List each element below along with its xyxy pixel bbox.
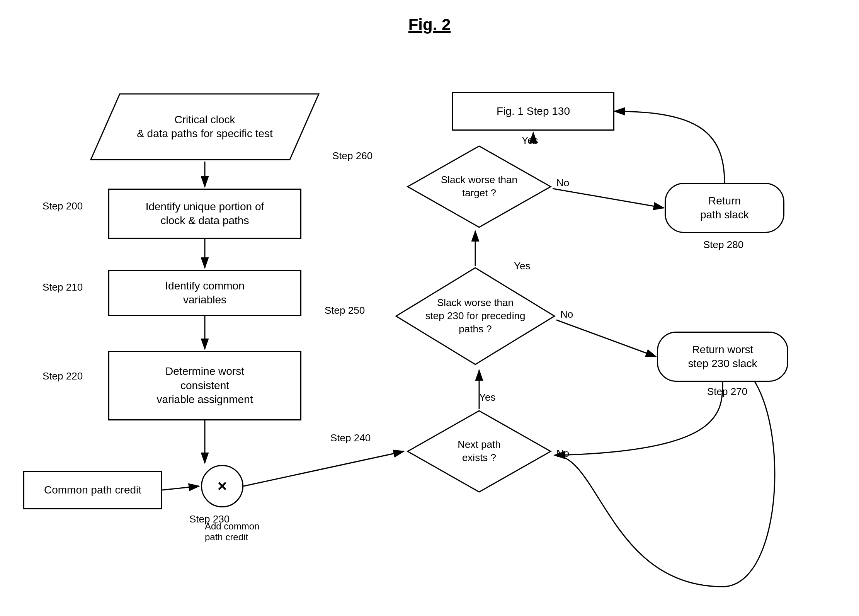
step210-box: Identify commonvariables xyxy=(108,270,301,316)
step280-box: Returnpath slack xyxy=(665,183,784,233)
svg-line-5 xyxy=(162,486,199,490)
step220-label: Step 220 xyxy=(43,370,83,382)
svg-line-11 xyxy=(556,320,656,357)
step240-no-label: No xyxy=(556,448,569,459)
step210-label: Step 210 xyxy=(43,281,83,293)
start-parallelogram: Critical clock& data paths for specific … xyxy=(89,92,321,162)
step250-yes-label: Yes xyxy=(514,260,530,272)
add-credit-label: Add commonpath credit xyxy=(205,521,259,543)
svg-line-6 xyxy=(243,451,404,486)
svg-line-10 xyxy=(553,189,664,208)
step270-label: Step 270 xyxy=(707,386,747,398)
step240-diamond: Next pathexists ? xyxy=(406,409,553,494)
step230-circle: × xyxy=(201,465,243,507)
step220-box: Determine worstconsistentvariable assign… xyxy=(108,351,301,420)
step260-no-label: No xyxy=(556,177,569,189)
step250-label: Step 250 xyxy=(325,305,365,317)
step250-no-label: No xyxy=(560,308,573,320)
step280-label: Step 280 xyxy=(703,239,743,251)
step240-label: Step 240 xyxy=(330,432,371,444)
fig1-step130-box: Fig. 1 Step 130 xyxy=(452,92,614,131)
step270-box: Return worststep 230 slack xyxy=(657,332,788,382)
step260-label: Step 260 xyxy=(332,150,373,162)
step260-diamond: Slack worse thantarget ? xyxy=(406,144,553,229)
step260-yes-label: Yes xyxy=(522,134,538,146)
step200-box: Identify unique portion ofclock & data p… xyxy=(108,189,301,239)
step240-yes-label: Yes xyxy=(479,391,495,403)
common-path-credit-box: Common path credit xyxy=(23,471,162,509)
page-title: Fig. 2 xyxy=(0,15,859,34)
step250-diamond: Slack worse thanstep 230 for precedingpa… xyxy=(394,266,556,366)
step200-label: Step 200 xyxy=(43,200,83,212)
